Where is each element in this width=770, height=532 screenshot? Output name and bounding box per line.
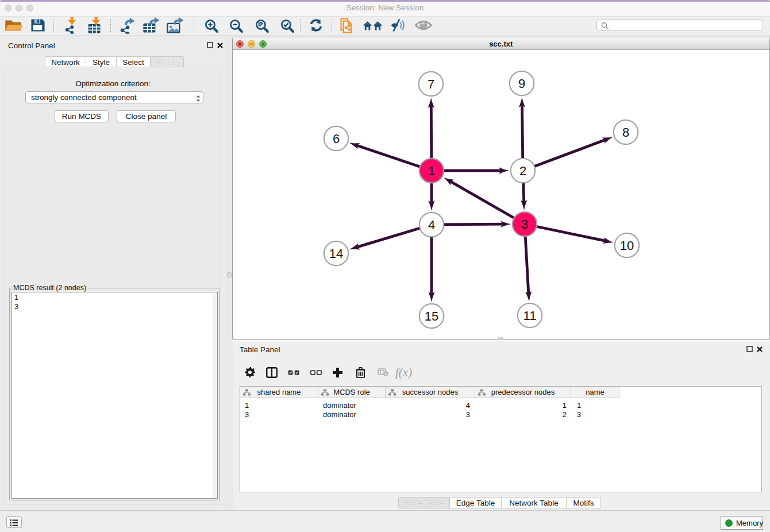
svg-text:6: 6 bbox=[333, 132, 340, 146]
svg-text:15: 15 bbox=[425, 309, 438, 323]
svg-text:11: 11 bbox=[523, 309, 536, 323]
svg-text:9: 9 bbox=[518, 76, 525, 91]
svg-text:4: 4 bbox=[428, 218, 435, 232]
svg-text:1: 1 bbox=[428, 164, 435, 178]
svg-text:10: 10 bbox=[620, 238, 634, 253]
svg-text:2: 2 bbox=[519, 164, 526, 178]
svg-text:3: 3 bbox=[521, 217, 528, 232]
svg-text:7: 7 bbox=[428, 77, 434, 91]
svg-text:8: 8 bbox=[622, 125, 629, 140]
svg-text:14: 14 bbox=[329, 246, 343, 261]
